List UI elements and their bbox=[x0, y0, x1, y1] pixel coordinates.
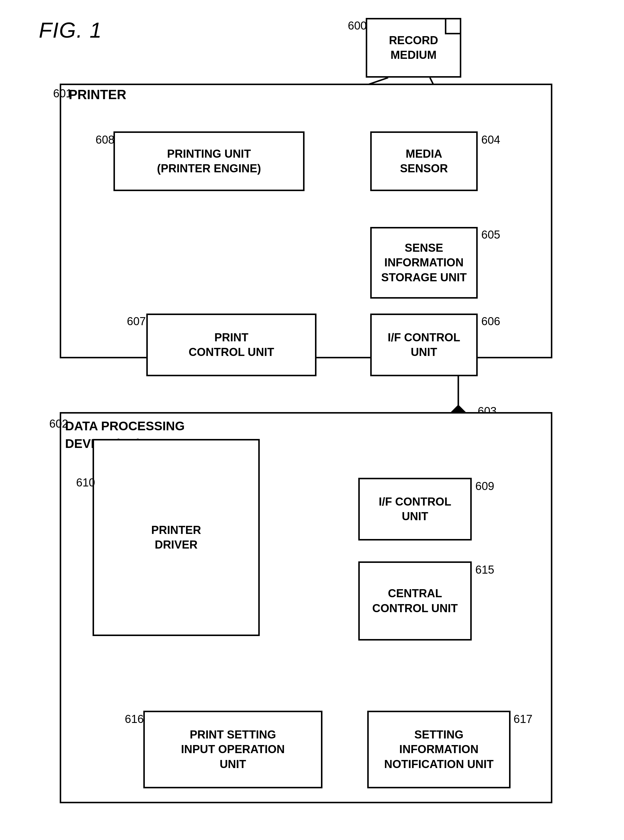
if-control-pc-label: I/F CONTROL UNIT bbox=[379, 494, 451, 524]
if-control-printer-box: I/F CONTROL UNIT bbox=[370, 313, 478, 376]
ref-606: 606 bbox=[481, 315, 500, 328]
central-control-box: CENTRAL CONTROL UNIT bbox=[358, 561, 472, 641]
ref-615: 615 bbox=[475, 564, 494, 576]
ref-608: 608 bbox=[96, 133, 114, 146]
record-medium-label: RECORD MEDIUM bbox=[389, 33, 438, 63]
setting-info-box: SETTING INFORMATION NOTIFICATION UNIT bbox=[367, 711, 511, 788]
ref-617: 617 bbox=[514, 713, 532, 726]
if-control-pc-box: I/F CONTROL UNIT bbox=[358, 478, 472, 540]
print-control-label: PRINT CONTROL UNIT bbox=[189, 330, 274, 360]
ref-600: 600 bbox=[348, 19, 367, 32]
central-control-label: CENTRAL CONTROL UNIT bbox=[372, 586, 458, 616]
setting-info-label: SETTING INFORMATION NOTIFICATION UNIT bbox=[384, 727, 494, 772]
ref-610: 610 bbox=[76, 476, 95, 489]
printing-unit-box: PRINTING UNIT (PRINTER ENGINE) bbox=[113, 131, 304, 191]
printer-box-label: PRINTER bbox=[69, 87, 126, 102]
ref-607: 607 bbox=[127, 315, 146, 328]
sense-info-label: SENSE INFORMATION STORAGE UNIT bbox=[381, 241, 466, 285]
ref-601: 601 bbox=[53, 87, 72, 100]
printing-unit-label: PRINTING UNIT (PRINTER ENGINE) bbox=[157, 147, 261, 176]
sense-info-box: SENSE INFORMATION STORAGE UNIT bbox=[370, 227, 478, 299]
media-sensor-box: MEDIA SENSOR bbox=[370, 131, 478, 191]
print-setting-box: PRINT SETTING INPUT OPERATION UNIT bbox=[143, 711, 323, 788]
printer-driver-box: PRINTER DRIVER bbox=[93, 439, 260, 636]
record-medium-box: RECORD MEDIUM bbox=[366, 18, 461, 78]
ref-616: 616 bbox=[125, 713, 144, 726]
printer-driver-label: PRINTER DRIVER bbox=[151, 523, 201, 553]
ref-605: 605 bbox=[481, 229, 500, 241]
ref-604: 604 bbox=[481, 133, 500, 146]
if-control-printer-label: I/F CONTROL UNIT bbox=[388, 330, 460, 360]
print-setting-label: PRINT SETTING INPUT OPERATION UNIT bbox=[181, 727, 285, 772]
ref-609: 609 bbox=[475, 480, 494, 493]
media-sensor-label: MEDIA SENSOR bbox=[400, 147, 448, 176]
figure-title: FIG. 1 bbox=[39, 18, 102, 42]
print-control-box: PRINT CONTROL UNIT bbox=[146, 313, 317, 376]
page: FIG. 1 bbox=[0, 0, 624, 840]
ref-602: 602 bbox=[49, 417, 68, 430]
